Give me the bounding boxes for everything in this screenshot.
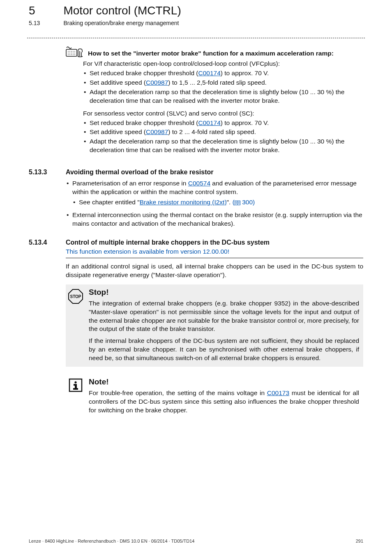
text: For trouble-free operation, the setting …: [89, 389, 267, 396]
page-footer: Lenze · 8400 HighLine · Referenzhandbuch…: [29, 539, 363, 543]
link-c00987[interactable]: C00987: [146, 79, 168, 86]
link-brake-resistor-monitoring[interactable]: Brake resistor monitoring (I2xt): [140, 199, 227, 206]
text: Set reduced brake chopper threshold (: [90, 119, 198, 126]
text: Set additive speed (: [90, 128, 146, 135]
list-item: Set reduced brake chopper threshold (C00…: [83, 69, 362, 78]
link-c00174[interactable]: C00174: [198, 69, 221, 76]
section-5-13-4-body: This function extension is available fro…: [29, 248, 363, 419]
stop-icon: STOP: [67, 288, 84, 363]
subsection-title: Control of multiple internal brake chopp…: [66, 239, 270, 246]
link-c00987[interactable]: C00987: [146, 128, 168, 135]
chapter-title: Motor control (MCTRL): [63, 4, 181, 17]
vfc-list: Set reduced brake chopper threshold (C00…: [83, 69, 362, 105]
text: Set reduced brake chopper threshold (: [90, 69, 198, 76]
text: ".: [227, 199, 233, 206]
list-item: Parameterisation of an error response in…: [66, 179, 363, 208]
text: Set additive speed (: [90, 79, 146, 86]
version-note: This function extension is available fro…: [66, 248, 363, 255]
info-icon: [67, 377, 84, 415]
text: ) to approx. 70 V.: [221, 69, 269, 76]
list-item: External interconnection using the therm…: [66, 211, 363, 228]
dashed-divider: [27, 38, 365, 38]
subsection-number: 5.13.4: [29, 239, 66, 246]
section-5-13-3-heading: 5.13.3 Avoiding thermal overload of the …: [29, 169, 363, 176]
svg-point-15: [74, 382, 76, 384]
text: ) to 1,5 ... 2,5-fold rated slip speed.: [168, 79, 267, 86]
book-icon: [235, 199, 240, 208]
intro-paragraph: If an additional control signal is used,…: [66, 262, 363, 280]
text: ) to 2 ... 4-fold rated slip speed.: [168, 128, 256, 135]
svg-rect-18: [73, 388, 78, 390]
vfc-intro: For V/f characteristic open-loop control…: [83, 60, 362, 68]
list-item: Adapt the deceleration ramp so that the …: [83, 88, 362, 105]
list-item: Set additive speed (C00987) to 1,5 ... 2…: [83, 79, 362, 87]
section-5-13-4-heading: 5.13.4 Control of multiple internal brak…: [29, 239, 363, 246]
subsection-title: Avoiding thermal overload of the brake r…: [66, 169, 214, 176]
section-number: 5.13: [29, 20, 62, 26]
howto-title: How to set the "inverter motor brake" fu…: [88, 50, 334, 57]
rule: [66, 258, 363, 258]
footer-left: Lenze · 8400 HighLine · Referenzhandbuch…: [29, 539, 194, 543]
svg-text:STOP: STOP: [70, 294, 81, 299]
chapter-number: 5: [29, 4, 62, 17]
stop-paragraph: The integration of external brake choppe…: [89, 299, 359, 334]
page-ref-num: 300): [242, 199, 255, 206]
link-c00173[interactable]: C00173: [267, 389, 289, 396]
text: See chapter entitled ": [79, 199, 140, 206]
subsection-number: 5.13.3: [29, 169, 66, 176]
slvc-list: Set reduced brake chopper threshold (C00…: [83, 119, 362, 155]
section-title: Braking operation/brake energy managemen…: [63, 20, 179, 26]
page-header: 5 Motor control (MCTRL) 5.13 Braking ope…: [29, 4, 363, 26]
stop-paragraph: If the internal brake choppers of the DC…: [89, 337, 359, 363]
note-paragraph: For trouble-free operation, the setting …: [89, 389, 359, 415]
list-item: See chapter entitled "Brake resistor mon…: [72, 198, 363, 208]
link-c00574[interactable]: C00574: [188, 180, 210, 187]
text: Parameterisation of an error response in: [72, 180, 188, 187]
list-item: Adapt the deceleration ramp so that the …: [83, 137, 362, 155]
link-c00174[interactable]: C00174: [198, 119, 221, 126]
text: ) to approx. 70 V.: [221, 119, 269, 126]
list-item: Set additive speed (C00987) to 2 ... 4-f…: [83, 128, 362, 136]
note-callout: Note! For trouble-free operation, the se…: [66, 374, 363, 419]
slvc-intro: For sensorless vector control (SLVC) and…: [83, 109, 362, 118]
list-item: Set reduced brake chopper threshold (C00…: [83, 119, 362, 127]
note-title: Note!: [89, 377, 359, 386]
howto-block: How to set the "inverter motor brake" fu…: [29, 46, 363, 155]
section-5-13-3-body: Parameterisation of an error response in…: [29, 179, 363, 228]
page-ref[interactable]: ( 300): [233, 199, 255, 206]
footer-page-number: 291: [356, 539, 363, 543]
procedure-icon: [66, 46, 85, 57]
stop-callout: STOP Stop! The integration of external b…: [66, 284, 363, 367]
stop-title: Stop!: [89, 288, 359, 297]
